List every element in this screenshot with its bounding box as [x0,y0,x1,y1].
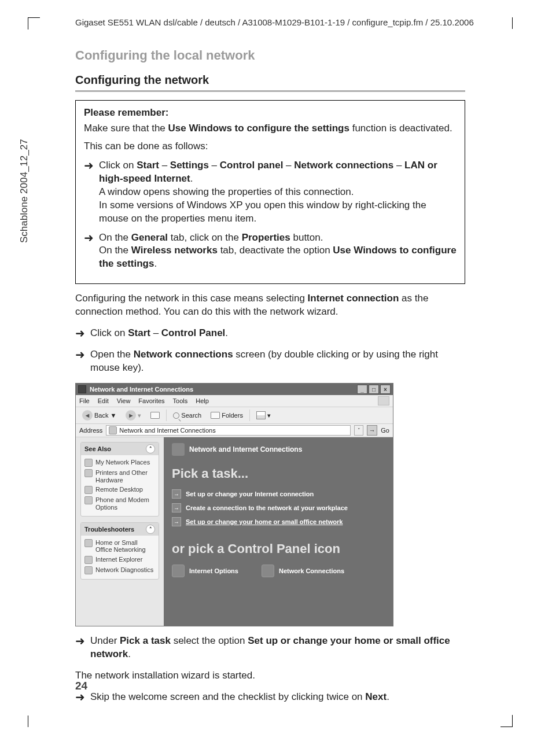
note-box: Please remember: Make sure that the Use … [75,100,465,284]
note-title: Please remember: [84,106,457,120]
sidebar-link[interactable]: Phone and Modem Options [84,495,155,512]
network-connections-icon [262,565,274,577]
help-icon [84,539,93,547]
paragraph: Configuring the network in this case mea… [75,292,465,319]
menu-view[interactable]: View [117,397,131,404]
sidebar-link[interactable]: Remote Desktop [84,485,155,495]
menu-favorites[interactable]: Favorites [138,397,164,404]
step: ➜ Skip the welcome screen and the checkl… [75,691,465,704]
address-label: Address [79,427,102,434]
crop-mark [28,17,40,29]
address-icon [109,426,117,434]
sidebar-panel-troubleshooters: Troubleshooters˄ Home or Small Office Ne… [80,522,159,580]
windows-logo-icon [378,396,389,405]
cp-icon-network-connections[interactable]: Network Connections [262,565,344,577]
step: ➜ Under Pick a task select the option Se… [75,635,465,661]
arrow-icon: ➜ [75,327,90,340]
sidebar-link[interactable]: My Network Places [84,458,155,468]
toolbar: ◄Back ▼ ►▾ Search Folders ▾ [76,407,393,424]
help-icon [84,566,93,574]
address-dropdown[interactable]: ˅ [354,425,363,436]
panel-title: See Also [84,445,111,452]
folder-icon [211,412,220,419]
subsection-title: Configuring the network [75,73,465,87]
sidebar-link[interactable]: Network Diagnostics [84,565,155,576]
menu-help[interactable]: Help [196,397,209,404]
menu-edit[interactable]: Edit [98,397,109,404]
sidebar-panel-see-also: See Also˄ My Network Places Printers and… [80,442,159,517]
go-button[interactable]: → [367,425,377,436]
go-label: Go [381,427,389,434]
category-icon [172,443,185,456]
up-button[interactable] [148,411,163,420]
phone-icon [84,496,93,504]
note-step: ➜ On the General tab, click on the Prope… [84,231,457,271]
sidebar-link[interactable]: Home or Small Office Networking [84,538,155,555]
back-button[interactable]: ◄Back ▼ [79,409,119,422]
step: ➜ Open the Network connections screen (b… [75,348,465,375]
panel-title: Troubleshooters [84,526,134,533]
forward-button[interactable]: ►▾ [123,409,144,422]
menu-bar: File Edit View Favorites Tools Help [76,395,393,407]
step: ➜ Click on Start – Control Panel. [75,327,465,340]
arrow-icon: ➜ [75,691,90,703]
views-icon [256,411,266,419]
remote-icon [84,486,93,494]
arrow-icon: ➜ [84,159,99,172]
arrow-icon: → [172,517,181,526]
sidebar-link[interactable]: Printers and Other Hardware [84,468,155,485]
places-icon [84,459,93,467]
crop-mark [501,715,513,727]
menu-tools[interactable]: Tools [173,397,188,404]
help-icon [84,556,93,564]
paragraph: The network installation wizard is start… [75,669,465,683]
crop-mark [28,716,28,727]
content-pane: Network and Internet Connections Pick a … [164,437,393,626]
maximize-button[interactable]: □ [369,385,379,394]
minimize-button[interactable]: _ [357,385,367,394]
menu-file[interactable]: File [79,397,90,404]
pick-icon-heading: or pick a Control Panel icon [172,541,385,556]
arrow-icon: ➜ [75,635,90,647]
address-field[interactable]: Network and Internet Connections [106,425,351,436]
close-button[interactable]: × [380,385,391,394]
note-text: Make sure that the Use Windows to config… [84,122,457,135]
folder-up-icon [150,412,160,419]
sidebar-link[interactable]: Internet Explorer [84,555,155,565]
window-title: Network and Internet Connections [90,386,193,393]
crop-mark [512,17,513,29]
cp-icon-internet-options[interactable]: Internet Options [172,565,238,577]
arrow-icon: → [172,503,181,512]
task-link[interactable]: →Set up or change your Internet connecti… [172,489,385,499]
arrow-icon: ➜ [84,231,99,244]
screenshot-window: Network and Internet Connections _ □ × F… [75,383,393,626]
internet-options-icon [172,565,185,577]
content-header: Network and Internet Connections [189,445,302,453]
folders-button[interactable]: Folders [208,411,246,420]
search-button[interactable]: Search [170,411,204,420]
section-title: Configuring the local network [75,48,465,63]
arrow-icon: ➜ [75,348,90,361]
collapse-icon[interactable]: ˄ [146,525,155,534]
collapse-icon[interactable]: ˄ [146,444,155,453]
address-value: Network and Internet Connections [119,427,215,434]
task-link[interactable]: →Create a connection to the network at y… [172,503,385,512]
search-icon [173,412,179,419]
address-bar: Address Network and Internet Connections… [76,424,393,437]
printer-icon [84,469,93,477]
divider [75,90,465,92]
task-link[interactable]: →Set up or change your home or small off… [172,517,385,526]
sidebar: See Also˄ My Network Places Printers and… [76,437,164,626]
arrow-icon: → [172,489,181,499]
window-icon [78,385,86,393]
note-text: This can be done as follows: [84,140,457,153]
note-step: ➜ Click on Start – Settings – Control pa… [84,159,457,226]
document-header-path: Gigaset SE551 WLAN dsl/cable / deutsch /… [75,17,511,27]
page-number: 24 [75,680,87,692]
template-note-vertical: Schablone 2004_12_27 [19,139,30,243]
views-button[interactable]: ▾ [253,410,274,421]
window-titlebar[interactable]: Network and Internet Connections _ □ × [76,383,393,395]
pick-task-heading: Pick a task... [172,466,385,481]
